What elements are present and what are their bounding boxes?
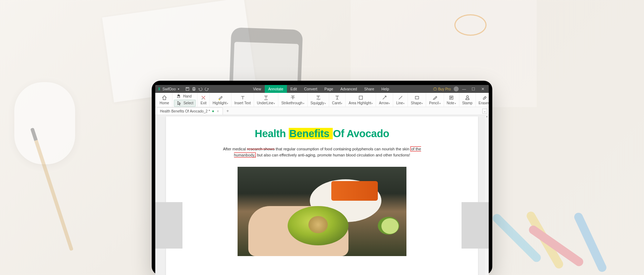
underline-icon [263, 95, 269, 101]
menu-advanced[interactable]: Advanced [337, 85, 361, 93]
pencil-icon [432, 95, 438, 101]
new-tab-button[interactable]: + [225, 109, 230, 114]
svg-rect-3 [193, 88, 195, 89]
menu-page[interactable]: Page [321, 85, 337, 93]
close-button[interactable]: ✕ [479, 86, 487, 92]
caret-icon [335, 95, 340, 101]
underline-tool[interactable]: UnderLine▾ [254, 93, 278, 107]
eraser-tool[interactable]: Eraser▾ [476, 93, 489, 107]
menu-view[interactable]: View [249, 85, 265, 93]
caret-tool[interactable]: Caret▾ [329, 93, 346, 107]
squiggly-icon [315, 95, 321, 101]
strikethrough-text: research shows [247, 147, 274, 151]
stamp-tool[interactable]: Stamp [459, 93, 476, 107]
arrow-tool[interactable]: Arrow▾ [376, 93, 393, 107]
line-icon [397, 95, 403, 101]
area-highlight-tool[interactable]: Area Highlight▾ [346, 93, 376, 107]
svg-rect-6 [359, 96, 362, 99]
main-menu-bar: View Annotate Edit Convert Page Advanced… [210, 85, 432, 93]
print-icon[interactable] [191, 86, 197, 92]
tab-close-icon[interactable]: × [217, 109, 219, 113]
app-window: SwifDoo ▾ View Annotate Edit Convert Pag… [155, 85, 489, 275]
document-tab-label: Health Benefits Of Avocado_2 * [160, 109, 210, 113]
strikethrough-icon [290, 95, 296, 101]
menu-annotate[interactable]: Annotate [265, 85, 287, 93]
cursor-icon [176, 100, 182, 106]
monitor-frame: SwifDoo ▾ View Annotate Edit Convert Pag… [152, 81, 492, 275]
hand-icon [176, 94, 182, 99]
menu-share[interactable]: Share [361, 85, 378, 93]
ribbon-toolbar: Home Hand Select Exit Highlight▾ Insert … [155, 93, 489, 107]
highlight-tool[interactable]: Highlight▾ [210, 93, 231, 107]
highlighted-word: Benefits [289, 128, 333, 139]
highlight-icon [218, 95, 223, 101]
app-logo[interactable]: SwifDoo ▾ [157, 87, 179, 91]
home-icon [161, 95, 167, 101]
strikethrough-tool[interactable]: Strikethrough▾ [278, 93, 307, 107]
right-placeholder-box [462, 202, 489, 249]
undo-icon[interactable] [197, 86, 204, 92]
svg-rect-7 [415, 96, 419, 99]
svg-rect-1 [187, 88, 188, 89]
document-tab-bar: Health Benefits Of Avocado_2 * × + ⌄ [155, 107, 489, 115]
document-image [238, 167, 406, 256]
titlebar: SwifDoo ▾ View Annotate Edit Convert Pag… [155, 85, 489, 93]
note-icon [449, 95, 454, 101]
area-highlight-icon [358, 95, 364, 101]
collapse-ribbon-button[interactable]: ⌄ [482, 109, 487, 114]
svg-point-9 [466, 96, 468, 98]
document-tab[interactable]: Health Benefits Of Avocado_2 * × [157, 108, 223, 115]
home-button[interactable]: Home [157, 93, 172, 107]
save-icon[interactable] [184, 86, 191, 92]
redo-icon[interactable] [204, 86, 210, 92]
menu-edit[interactable]: Edit [287, 85, 301, 93]
exit-icon [201, 95, 206, 101]
menu-convert[interactable]: Convert [301, 85, 321, 93]
buy-pro-label: Buy Pro [438, 87, 451, 91]
app-name: SwifDoo [162, 87, 176, 91]
left-placeholder-box [155, 202, 182, 249]
minimize-button[interactable]: — [460, 86, 468, 92]
line-tool[interactable]: Line▾ [393, 93, 408, 107]
shape-icon [414, 95, 420, 101]
note-tool[interactable]: Note▾ [444, 93, 459, 107]
menu-help[interactable]: Help [378, 85, 393, 93]
svg-rect-5 [434, 88, 436, 90]
document-title: Health Benefits Of Avocado [184, 128, 460, 140]
insert-text-tool[interactable]: Insert Text [231, 93, 254, 107]
arrow-icon [382, 95, 387, 101]
document-paragraph: After medical research shows that regula… [222, 146, 422, 158]
squiggly-tool[interactable]: Squiggly▾ [308, 93, 329, 107]
eraser-icon [482, 95, 488, 101]
hand-tool[interactable]: Hand [174, 93, 196, 100]
pencil-tool[interactable]: Pencil▾ [426, 93, 444, 107]
buy-pro-button[interactable]: Buy Pro [432, 87, 452, 91]
app-menu-caret[interactable]: ▾ [178, 88, 179, 91]
vertical-scrollbar[interactable]: ▴ [485, 115, 489, 275]
user-avatar-icon[interactable] [454, 86, 459, 91]
shape-tool[interactable]: Shape▾ [408, 93, 426, 107]
maximize-button[interactable]: ☐ [469, 86, 477, 92]
document-page: Health Benefits Of Avocado After medical… [166, 116, 478, 275]
document-canvas[interactable]: ▴ › Health Benefits Of Avocado After med… [155, 115, 489, 275]
tab-modified-indicator [212, 110, 214, 112]
stamp-icon [464, 95, 470, 101]
exit-button[interactable]: Exit [197, 93, 210, 107]
select-tool[interactable]: Select [174, 100, 196, 107]
text-icon [240, 95, 245, 101]
